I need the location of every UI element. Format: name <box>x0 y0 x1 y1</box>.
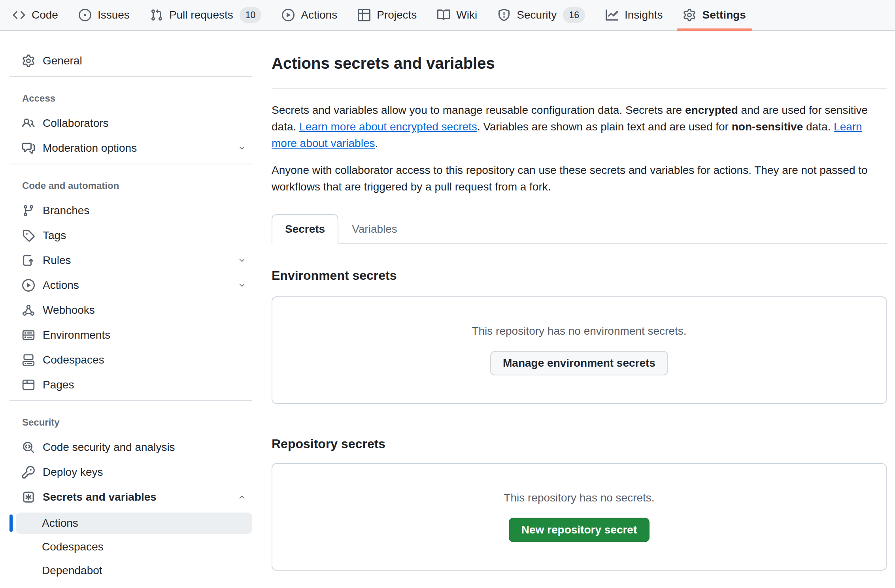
sidebar-item-moderation-options[interactable]: Moderation options <box>16 139 252 158</box>
sidebar-item-label: Codespaces <box>43 354 104 366</box>
environment-secrets-empty-text: This repository has no environment secre… <box>472 325 686 337</box>
link-learn-more-encrypted-secrets[interactable]: Learn more about encrypted secrets <box>299 121 477 133</box>
sidebar-item-label: Code security and analysis <box>43 441 175 454</box>
page-title: Actions secrets and variables <box>272 53 887 74</box>
chevron-up-icon <box>238 493 246 501</box>
gear-icon <box>683 9 696 21</box>
code-icon <box>13 9 25 21</box>
nav-tab-actions[interactable]: Actions <box>276 0 344 30</box>
gear-icon <box>22 55 35 67</box>
webhook-icon <box>22 304 35 317</box>
play-icon <box>22 279 35 292</box>
nav-tab-wiki[interactable]: Wiki <box>431 0 483 30</box>
comment-discussion-icon <box>22 142 35 155</box>
graph-icon <box>606 9 618 21</box>
sidebar-item-code-security-and-analysis[interactable]: Code security and analysis <box>16 438 252 457</box>
sidebar-item-deploy-keys[interactable]: Deploy keys <box>16 463 252 482</box>
sidebar-item-label: Moderation options <box>43 142 137 155</box>
repository-secrets-heading: Repository secrets <box>272 435 887 453</box>
environment-secrets-heading: Environment secrets <box>272 266 887 285</box>
intro-paragraph-1: Secrets and variables allow you to manag… <box>272 102 887 152</box>
sidebar-section-security: Security <box>16 413 252 432</box>
intro-bold-encrypted: encrypted <box>685 104 738 116</box>
sidebar-item-secrets-and-variables[interactable]: Secrets and variables <box>16 488 252 507</box>
repository-secrets-empty-text: This repository has no secrets. <box>504 492 654 504</box>
sidebar-item-branches[interactable]: Branches <box>16 201 252 220</box>
sidebar-item-rules[interactable]: Rules <box>16 251 252 270</box>
sidebar-item-label: Collaborators <box>43 117 109 130</box>
key-icon <box>22 466 35 479</box>
divider <box>9 76 252 77</box>
secrets-variables-tabnav: Secrets Variables <box>272 214 887 244</box>
manage-environment-secrets-button[interactable]: Manage environment secrets <box>490 351 668 375</box>
nav-tab-issues[interactable]: Issues <box>72 0 136 30</box>
book-icon <box>437 9 450 21</box>
repo-nav: Code Issues Pull requests 10 Actions Pro… <box>0 0 895 31</box>
chevron-down-icon <box>238 281 246 289</box>
sidebar-item-label: Pages <box>43 379 74 391</box>
nav-tab-projects[interactable]: Projects <box>351 0 423 30</box>
selected-accent-bar <box>9 514 13 532</box>
nav-tab-code[interactable]: Code <box>6 0 64 30</box>
tag-icon <box>22 229 35 242</box>
table-icon <box>358 9 370 21</box>
tab-secrets[interactable]: Secrets <box>272 214 338 244</box>
play-icon <box>282 9 295 21</box>
chevron-down-icon <box>238 144 246 152</box>
codescan-icon <box>22 441 35 454</box>
repository-secrets-empty-box: This repository has no secrets. New repo… <box>272 463 887 571</box>
sidebar-subitem-label: Dependabot <box>42 564 102 577</box>
sidebar-item-label: Tags <box>43 229 66 242</box>
intro-text: Secrets and variables allow you to manag… <box>272 104 685 116</box>
codespaces-icon <box>22 354 35 366</box>
nav-tab-label: Projects <box>377 9 417 21</box>
asterisk-box-icon <box>22 491 35 503</box>
intro-text: . Variables are shown as plain text and … <box>477 121 732 133</box>
sidebar-item-pages[interactable]: Pages <box>16 375 252 394</box>
sidebar-item-label: Secrets and variables <box>43 491 157 503</box>
sidebar-item-codespaces[interactable]: Codespaces <box>16 351 252 369</box>
nav-tab-label: Issues <box>98 9 130 21</box>
sidebar-item-collaborators[interactable]: Collaborators <box>16 114 252 133</box>
sidebar-item-label: Environments <box>43 329 110 341</box>
sidebar-subitem-actions[interactable]: Actions <box>16 513 252 534</box>
browser-icon <box>22 379 35 391</box>
chevron-down-icon <box>238 256 246 264</box>
git-branch-icon <box>22 204 35 217</box>
issue-opened-icon <box>79 9 91 21</box>
security-counter: 16 <box>563 7 585 23</box>
intro-paragraph-2: Anyone with collaborator access to this … <box>272 162 887 195</box>
sidebar-subitem-dependabot[interactable]: Dependabot <box>16 560 252 581</box>
divider <box>272 88 887 89</box>
new-repository-secret-button[interactable]: New repository secret <box>509 518 650 542</box>
nav-tab-label: Wiki <box>456 9 477 21</box>
nav-tab-label: Security <box>517 9 557 21</box>
sidebar-section-code-and-automation: Code and automation <box>16 176 252 195</box>
intro-bold-non-sensitive: non-sensitive <box>732 121 803 133</box>
nav-tab-label: Code <box>32 9 58 21</box>
sidebar-item-environments[interactable]: Environments <box>16 326 252 345</box>
nav-tab-security[interactable]: Security 16 <box>491 0 591 30</box>
intro-text: . <box>375 137 378 149</box>
settings-sidebar: General Access Collaborators Moderation … <box>0 31 256 588</box>
shield-icon <box>498 9 510 21</box>
sidebar-subitem-label: Actions <box>42 517 78 530</box>
sidebar-subitem-codespaces[interactable]: Codespaces <box>16 536 252 558</box>
sidebar-item-label: General <box>43 55 82 67</box>
divider <box>9 164 252 164</box>
tab-variables[interactable]: Variables <box>338 214 411 244</box>
sidebar-item-actions[interactable]: Actions <box>16 276 252 295</box>
nav-tab-settings[interactable]: Settings <box>677 0 752 30</box>
sidebar-item-label: Deploy keys <box>43 466 103 479</box>
nav-tab-insights[interactable]: Insights <box>599 0 669 30</box>
nav-tab-pull-requests[interactable]: Pull requests 10 <box>144 0 268 30</box>
environment-secrets-empty-box: This repository has no environment secre… <box>272 296 887 404</box>
intro-text: data. <box>803 121 834 133</box>
sidebar-subitem-label: Codespaces <box>42 541 104 553</box>
repo-settings-page: Code Issues Pull requests 10 Actions Pro… <box>0 0 895 588</box>
sidebar-item-tags[interactable]: Tags <box>16 226 252 245</box>
sidebar-item-label: Actions <box>43 279 79 292</box>
sidebar-item-general[interactable]: General <box>16 51 252 70</box>
people-icon <box>22 117 35 130</box>
sidebar-item-webhooks[interactable]: Webhooks <box>16 301 252 320</box>
